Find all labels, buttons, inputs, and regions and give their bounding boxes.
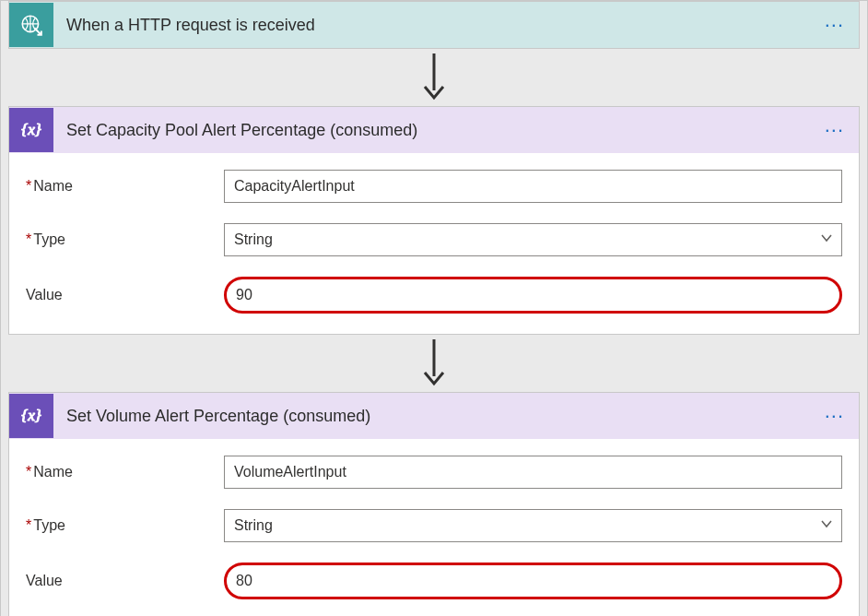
type-select[interactable] <box>224 509 842 542</box>
value-input[interactable] <box>224 277 842 314</box>
variable-icon: {x} <box>9 394 53 438</box>
http-request-icon <box>9 3 53 47</box>
step2-body: Name Type Value <box>9 439 859 616</box>
name-label: Name <box>26 464 224 480</box>
value-input[interactable] <box>224 563 842 599</box>
step1-title: Set Capacity Pool Alert Percentage (cons… <box>66 121 817 140</box>
variable-icon: {x} <box>9 108 53 152</box>
trigger-step[interactable]: When a HTTP request is received ··· <box>8 1 860 49</box>
trigger-menu-button[interactable]: ··· <box>817 15 851 35</box>
step2-title: Set Volume Alert Percentage (consumed) <box>66 407 817 426</box>
step2-menu-button[interactable]: ··· <box>817 406 851 426</box>
step1-header[interactable]: {x} Set Capacity Pool Alert Percentage (… <box>9 107 859 153</box>
value-label: Value <box>26 573 224 589</box>
value-label: Value <box>26 287 224 303</box>
type-select[interactable] <box>224 223 842 256</box>
name-label: Name <box>26 178 224 195</box>
svg-text:{x}: {x} <box>21 407 41 424</box>
trigger-header[interactable]: When a HTTP request is received ··· <box>9 2 859 48</box>
trigger-title: When a HTTP request is received <box>66 16 817 35</box>
type-label: Type <box>26 517 224 534</box>
step1-menu-button[interactable]: ··· <box>817 120 851 140</box>
name-input[interactable] <box>224 456 842 489</box>
svg-text:{x}: {x} <box>21 121 41 138</box>
type-label: Type <box>26 231 224 248</box>
name-input[interactable] <box>224 170 842 203</box>
step2-header[interactable]: {x} Set Volume Alert Percentage (consume… <box>9 393 859 439</box>
step1-body: Name Type Value <box>9 153 859 334</box>
set-capacity-pool-alert-step: {x} Set Capacity Pool Alert Percentage (… <box>8 106 860 335</box>
set-volume-alert-step: {x} Set Volume Alert Percentage (consume… <box>8 392 860 616</box>
flow-designer-canvas: When a HTTP request is received ··· {x} … <box>0 0 868 616</box>
connector-arrow <box>1 335 867 392</box>
connector-arrow <box>1 49 867 106</box>
